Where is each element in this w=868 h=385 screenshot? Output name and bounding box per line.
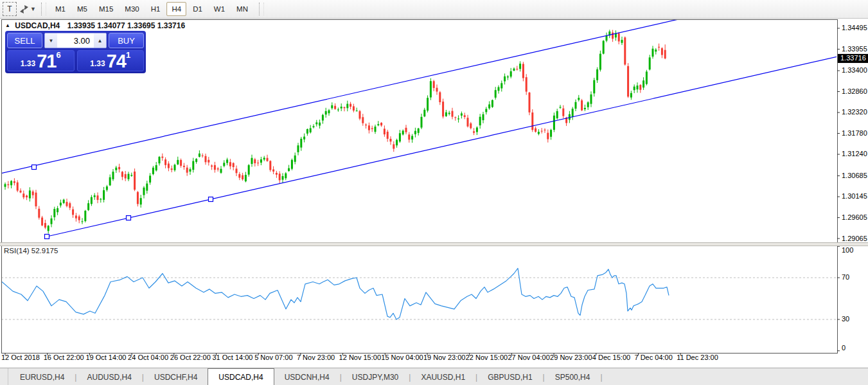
axis-label: 1.31780 bbox=[842, 129, 867, 137]
tab-gbpusd-h1[interactable]: GBPUSD,H1 bbox=[477, 368, 542, 385]
timeframe-button-H1[interactable]: H1 bbox=[146, 2, 166, 16]
axis-label: 1.29065 bbox=[842, 235, 867, 242]
volume-stepper: ▼ ▲ bbox=[44, 33, 107, 48]
timeframe-button-D1[interactable]: D1 bbox=[188, 2, 208, 16]
axis-label: 1.33400 bbox=[842, 66, 867, 74]
tabbar-lead bbox=[0, 368, 8, 385]
axis-label: 1.29605 bbox=[842, 213, 867, 221]
price-axis: 1.344951.339551.334001.328601.323201.317… bbox=[837, 24, 868, 352]
timeframe-button-M30[interactable]: M30 bbox=[120, 2, 144, 16]
text-tool-label: T bbox=[7, 4, 12, 13]
timeframe-button-group: M1M5M15M30H1H4D1W1MN bbox=[49, 2, 254, 16]
double-arrow-icon bbox=[19, 4, 29, 14]
rsi-value: 52.9175 bbox=[31, 247, 58, 255]
rsi-indicator-label: RSI(14) 52.9175 bbox=[4, 247, 58, 255]
sell-price-big: 71 bbox=[37, 52, 56, 70]
time-axis-label: 15 Nov 04:00 bbox=[381, 354, 423, 361]
time-axis-label: 26 Oct 22:00 bbox=[170, 354, 211, 361]
time-axis-label: 7 Nov 23:00 bbox=[297, 354, 335, 361]
timeframe-button-W1[interactable]: W1 bbox=[209, 2, 230, 16]
timeframe-button-MN[interactable]: MN bbox=[231, 2, 253, 16]
channel-handle[interactable] bbox=[45, 234, 49, 238]
time-axis-label: 11 Dec 23:00 bbox=[677, 354, 718, 361]
tab-usdcnh-h4[interactable]: USDCNH,H4 bbox=[274, 368, 340, 385]
time-axis-label: 7 Dec 04:00 bbox=[635, 354, 673, 361]
tab-usdcad-h4[interactable]: USDCAD,H4 bbox=[208, 368, 274, 385]
timeframe-button-M15[interactable]: M15 bbox=[94, 2, 118, 16]
axis-label: 30 bbox=[842, 315, 849, 323]
time-axis-label: 22 Nov 15:00 bbox=[466, 354, 508, 361]
collapse-panel-icon[interactable]: ▲ bbox=[5, 22, 10, 28]
timeframe-button-H4[interactable]: H4 bbox=[166, 2, 186, 16]
volume-increase-button[interactable]: ▲ bbox=[94, 33, 106, 48]
chart-title: ▲ USDCAD,H4 1.33935 1.34077 1.33695 1.33… bbox=[5, 21, 185, 30]
time-axis-label: 12 Oct 2018 bbox=[1, 354, 40, 361]
axis-label: 1.34495 bbox=[842, 24, 867, 31]
buy-button[interactable]: BUY bbox=[109, 33, 144, 48]
time-axis-label: 31 Oct 14:00 bbox=[213, 354, 253, 361]
sell-price-sup: 6 bbox=[56, 52, 60, 58]
time-axis: 12 Oct 201816 Oct 22:0019 Oct 14:0024 Oc… bbox=[1, 353, 718, 361]
top-toolbar: T ▼ M1M5M15M30H1H4D1W1MN bbox=[0, 0, 868, 19]
buy-price-display[interactable]: 1.33 74 1 bbox=[77, 50, 145, 71]
toolbar-grip bbox=[259, 3, 264, 15]
time-axis-label: 24 Oct 04:00 bbox=[128, 354, 168, 361]
channel-handle[interactable] bbox=[209, 197, 213, 202]
tab-eurusd-h4[interactable]: EURUSD,H4 bbox=[10, 368, 75, 385]
timeframe-button-M1[interactable]: M1 bbox=[50, 2, 71, 16]
volume-decrease-button[interactable]: ▼ bbox=[45, 33, 57, 48]
axis-label: 1.30145 bbox=[842, 192, 867, 200]
tab-separator: | bbox=[600, 368, 602, 385]
tab-usdchf-h4[interactable]: USDCHF,H4 bbox=[144, 368, 208, 385]
axis-label: 100 bbox=[842, 246, 853, 254]
time-axis-label: 29 Nov 23:00 bbox=[550, 354, 592, 361]
toolbar-grip bbox=[41, 3, 46, 15]
symbol-tab-bar: EURUSD,H4|AUDUSD,H4|USDCHF,H4USDCAD,H4US… bbox=[0, 368, 868, 385]
sell-button[interactable]: SELL bbox=[7, 33, 42, 48]
volume-input[interactable] bbox=[57, 33, 94, 48]
axis-label: 1.33716 bbox=[840, 54, 866, 62]
time-axis-label: 19 Nov 23:00 bbox=[423, 354, 465, 361]
timeframe-button-M5[interactable]: M5 bbox=[72, 2, 93, 16]
axis-label: 1.32860 bbox=[842, 87, 867, 95]
tab-usdjpy-m30[interactable]: USDJPY,M30 bbox=[342, 368, 409, 385]
chart-ohlc-values: 1.33935 1.34077 1.33695 1.33716 bbox=[67, 21, 186, 30]
rsi-pane[interactable] bbox=[1, 245, 837, 353]
axis-label: 0 bbox=[842, 344, 846, 352]
chevron-down-icon: ▼ bbox=[30, 6, 36, 12]
chart-symbol-label: USDCAD,H4 bbox=[15, 21, 60, 30]
time-axis-label: 16 Oct 22:00 bbox=[44, 354, 84, 361]
text-tool-button[interactable]: T bbox=[3, 2, 17, 16]
pane-splitter[interactable] bbox=[0, 242, 868, 246]
time-axis-label: 4 Dec 15:00 bbox=[592, 354, 630, 361]
time-axis-label: 27 Nov 04:00 bbox=[508, 354, 549, 361]
rsi-name: RSI(14) bbox=[4, 247, 30, 255]
axis-label: 1.30685 bbox=[842, 172, 867, 179]
one-click-trading-panel: SELL ▼ ▲ BUY 1.33 71 6 1.33 74 1 bbox=[5, 31, 146, 73]
axis-label: 1.32320 bbox=[842, 108, 867, 116]
buy-price-sup: 1 bbox=[126, 52, 130, 58]
time-axis-label: 5 Nov 07:00 bbox=[254, 354, 292, 361]
channel-handle[interactable] bbox=[127, 216, 131, 220]
tab-xauusd-h1[interactable]: XAUUSD,H1 bbox=[411, 368, 475, 385]
time-axis-label: 19 Oct 14:00 bbox=[85, 354, 126, 361]
time-axis-label: 12 Nov 15:00 bbox=[339, 354, 381, 361]
channel-handle[interactable] bbox=[32, 165, 37, 170]
sell-price-prefix: 1.33 bbox=[21, 57, 35, 70]
buy-price-prefix: 1.33 bbox=[90, 57, 105, 70]
tab-sp500-h4[interactable]: SP500,H4 bbox=[545, 368, 601, 385]
axis-label: 1.31240 bbox=[842, 150, 867, 157]
sell-price-display[interactable]: 1.33 71 6 bbox=[7, 50, 75, 71]
buy-price-big: 74 bbox=[107, 52, 126, 70]
axis-label: 70 bbox=[842, 273, 849, 281]
tab-audusd-h4[interactable]: AUDUSD,H4 bbox=[76, 368, 141, 385]
axis-label: 1.33955 bbox=[842, 45, 867, 53]
cursor-tools-button[interactable]: ▼ bbox=[19, 3, 36, 15]
